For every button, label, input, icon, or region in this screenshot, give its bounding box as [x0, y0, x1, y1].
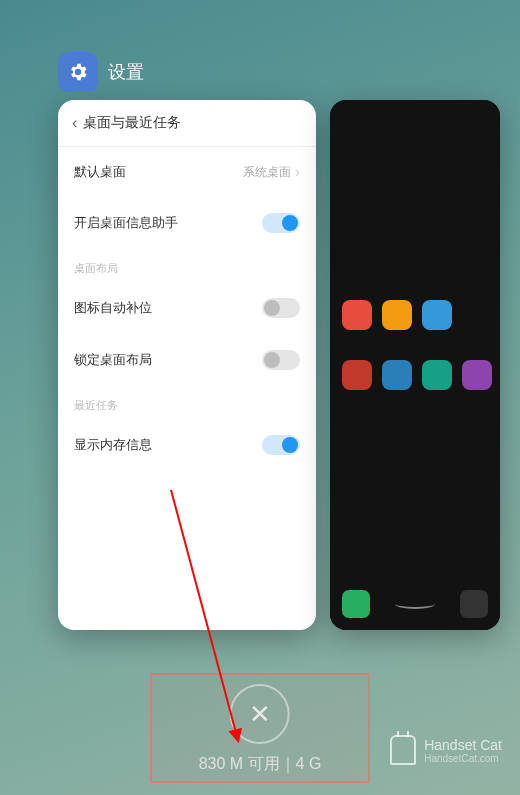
- home-app-icon: [422, 300, 452, 330]
- home-app-icon: [422, 360, 452, 390]
- cat-logo-icon: [390, 735, 416, 765]
- row-label: 开启桌面信息助手: [74, 214, 178, 232]
- toggle-auto-fill[interactable]: [262, 298, 300, 318]
- home-app-icon: [462, 360, 492, 390]
- gear-icon: [67, 61, 89, 83]
- watermark: Handset Cat HandsetCat.com: [390, 735, 502, 765]
- toggle-info-assistant[interactable]: [262, 213, 300, 233]
- settings-app-icon: [58, 52, 98, 92]
- watermark-name: Handset Cat: [424, 737, 502, 753]
- settings-subpage-header[interactable]: ‹ 桌面与最近任务: [58, 100, 316, 147]
- toggle-lock-layout[interactable]: [262, 350, 300, 370]
- home-app-icon: [382, 300, 412, 330]
- row-label: 锁定桌面布局: [74, 351, 152, 369]
- home-app-icon: [342, 360, 372, 390]
- home-app-icon: [342, 300, 372, 330]
- annotation-highlight-box: [150, 673, 370, 783]
- chevron-right-icon: ›: [295, 164, 300, 180]
- settings-app-title: 设置: [108, 60, 144, 84]
- chevron-left-icon[interactable]: ‹: [72, 114, 77, 132]
- dock-app-icon: [460, 590, 488, 618]
- row-show-memory[interactable]: 显示内存信息: [58, 419, 316, 471]
- section-title-recent: 最近任务: [58, 386, 316, 419]
- row-default-launcher[interactable]: 默认桌面 系统桌面 ›: [58, 147, 316, 197]
- settings-subpage-title: 桌面与最近任务: [83, 114, 181, 132]
- row-auto-fill[interactable]: 图标自动补位: [58, 282, 316, 334]
- row-label: 显示内存信息: [74, 436, 152, 454]
- row-lock-layout[interactable]: 锁定桌面布局: [58, 334, 316, 386]
- dock-phone-icon: [342, 590, 370, 618]
- toggle-show-memory[interactable]: [262, 435, 300, 455]
- xiaoai-preview: [330, 100, 500, 630]
- row-label: 默认桌面: [74, 163, 126, 181]
- home-app-icon: [382, 360, 412, 390]
- row-info-assistant[interactable]: 开启桌面信息助手: [58, 197, 316, 249]
- row-value: 系统桌面: [243, 164, 291, 181]
- section-title-layout: 桌面布局: [58, 249, 316, 282]
- watermark-url: HandsetCat.com: [424, 753, 502, 764]
- home-indicator-icon: [395, 599, 435, 609]
- row-label: 图标自动补位: [74, 299, 152, 317]
- recent-app-card-xiaoai[interactable]: 小爱同学: [330, 100, 500, 630]
